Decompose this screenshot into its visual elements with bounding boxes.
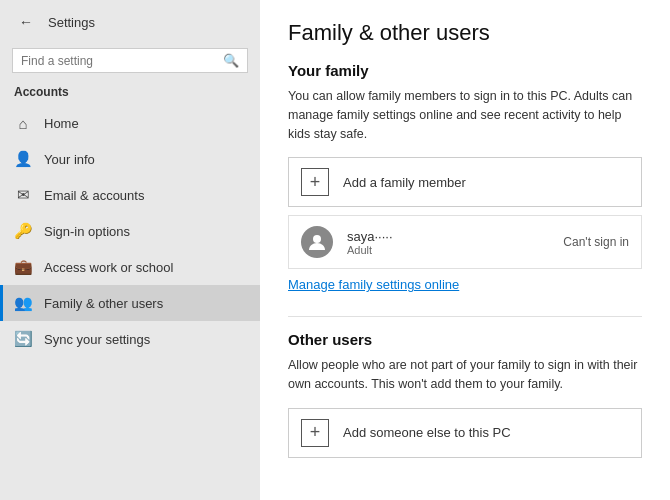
add-family-member-label: Add a family member <box>343 175 466 190</box>
search-input[interactable] <box>21 54 217 68</box>
avatar <box>301 226 333 258</box>
sidebar-item-home[interactable]: ⌂ Home <box>0 105 260 141</box>
sidebar-item-label-family: Family & other users <box>44 296 163 311</box>
back-icon: ← <box>19 14 33 30</box>
sidebar-section-label: Accounts <box>0 81 260 105</box>
page-title: Family & other users <box>288 20 642 46</box>
sidebar-item-access-work-school[interactable]: 💼 Access work or school <box>0 249 260 285</box>
sidebar-item-email-accounts[interactable]: ✉ Email & accounts <box>0 177 260 213</box>
sidebar-item-sync-settings[interactable]: 🔄 Sync your settings <box>0 321 260 357</box>
your-info-icon: 👤 <box>14 150 32 168</box>
home-icon: ⌂ <box>14 114 32 132</box>
family-icon: 👥 <box>14 294 32 312</box>
sidebar-item-label-your-info: Your info <box>44 152 95 167</box>
divider <box>288 316 642 317</box>
sidebar-header: ← Settings <box>0 0 260 44</box>
add-family-member-row[interactable]: + Add a family member <box>288 157 642 207</box>
other-users-description: Allow people who are not part of your fa… <box>288 356 642 394</box>
back-button[interactable]: ← <box>14 10 38 34</box>
user-info: saya····· Adult <box>347 229 549 256</box>
your-family-section-title: Your family <box>288 62 642 79</box>
sidebar-item-sign-in-options[interactable]: 🔑 Sign-in options <box>0 213 260 249</box>
other-users-section-title: Other users <box>288 331 642 348</box>
cant-sign-in-status: Can't sign in <box>563 235 629 249</box>
add-other-user-row[interactable]: + Add someone else to this PC <box>288 408 642 458</box>
sign-in-icon: 🔑 <box>14 222 32 240</box>
svg-point-0 <box>313 235 321 243</box>
sidebar: ← Settings 🔍 Accounts ⌂ Home 👤 Your info… <box>0 0 260 500</box>
user-name: saya····· <box>347 229 549 244</box>
sync-icon: 🔄 <box>14 330 32 348</box>
sidebar-item-label-sync: Sync your settings <box>44 332 150 347</box>
add-other-plus-icon: + <box>301 419 329 447</box>
add-other-user-label: Add someone else to this PC <box>343 425 511 440</box>
sidebar-item-family-other-users[interactable]: 👥 Family & other users <box>0 285 260 321</box>
sidebar-item-label-home: Home <box>44 116 79 131</box>
sidebar-item-your-info[interactable]: 👤 Your info <box>0 141 260 177</box>
work-school-icon: 💼 <box>14 258 32 276</box>
sidebar-title-label: Settings <box>48 15 95 30</box>
sidebar-item-label-work-school: Access work or school <box>44 260 173 275</box>
your-family-description: You can allow family members to sign in … <box>288 87 642 143</box>
user-role: Adult <box>347 244 549 256</box>
sidebar-item-label-sign-in: Sign-in options <box>44 224 130 239</box>
search-box[interactable]: 🔍 <box>12 48 248 73</box>
main-content: Family & other users Your family You can… <box>260 0 670 500</box>
manage-family-link[interactable]: Manage family settings online <box>288 277 459 292</box>
sidebar-item-label-email: Email & accounts <box>44 188 144 203</box>
family-user-row[interactable]: saya····· Adult Can't sign in <box>288 215 642 269</box>
email-icon: ✉ <box>14 186 32 204</box>
search-icon: 🔍 <box>223 53 239 68</box>
add-family-plus-icon: + <box>301 168 329 196</box>
